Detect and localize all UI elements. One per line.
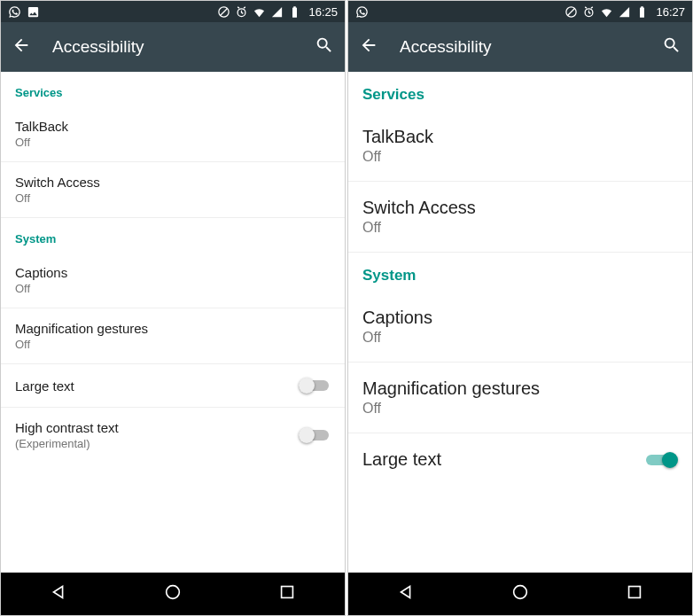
nav-back-icon[interactable]: [396, 582, 416, 605]
phone-left: 16:25 Accessibility Services TalkBack Of…: [0, 0, 346, 616]
signal-icon: [270, 5, 284, 19]
wifi-icon: [253, 5, 266, 19]
no-sim-icon: [217, 5, 230, 19]
toggle-high-contrast[interactable]: [299, 426, 331, 444]
svg-point-3: [167, 586, 180, 599]
svg-line-6: [568, 8, 575, 15]
item-large-text[interactable]: Large text: [1, 364, 345, 408]
item-subtitle: Off: [362, 330, 678, 346]
battery-icon: [288, 5, 301, 19]
item-title: TalkBack: [362, 127, 678, 147]
nav-bar: [1, 573, 345, 615]
item-subtitle: (Experimental): [15, 437, 299, 450]
nav-home-icon[interactable]: [510, 582, 530, 605]
item-title: Switch Access: [362, 198, 678, 218]
settings-list: Services TalkBack Off Switch Access Off …: [1, 72, 345, 573]
item-high-contrast[interactable]: High contrast text (Experimental): [1, 408, 345, 463]
alarm-icon: [235, 5, 248, 19]
item-magnification[interactable]: Magnification gestures Off: [1, 308, 345, 364]
nav-back-icon[interactable]: [49, 582, 68, 605]
item-subtitle: Off: [15, 338, 331, 351]
nav-home-icon[interactable]: [163, 582, 183, 605]
nav-bar: [348, 573, 692, 615]
item-subtitle: Off: [362, 220, 678, 236]
item-switch-access[interactable]: Switch Access Off: [348, 182, 692, 253]
search-icon[interactable]: [662, 35, 681, 58]
item-subtitle: Off: [362, 401, 678, 417]
back-icon[interactable]: [12, 35, 31, 58]
svg-line-1: [221, 8, 228, 15]
svg-rect-9: [629, 587, 641, 598]
status-clock: 16:25: [308, 5, 338, 19]
app-bar: Accessibility: [348, 22, 692, 72]
whatsapp-icon: [355, 5, 369, 19]
item-captions[interactable]: Captions Off: [348, 292, 692, 363]
section-header-services: Services: [1, 72, 345, 106]
item-title: Magnification gestures: [15, 321, 331, 336]
page-title: Accessibility: [52, 37, 144, 57]
alarm-icon: [582, 5, 596, 19]
toggle-large-text[interactable]: [299, 377, 331, 394]
nav-recent-icon[interactable]: [625, 582, 644, 605]
no-sim-icon: [565, 5, 578, 19]
section-header-system: System: [1, 218, 345, 253]
status-clock: 16:27: [656, 5, 685, 19]
image-icon: [27, 5, 40, 19]
item-title: TalkBack: [15, 119, 331, 134]
search-icon[interactable]: [315, 35, 334, 58]
item-subtitle: Off: [15, 191, 331, 205]
svg-rect-4: [282, 587, 293, 598]
item-switch-access[interactable]: Switch Access Off: [1, 162, 345, 218]
item-title: Large text: [362, 449, 646, 470]
app-bar: Accessibility: [1, 22, 345, 72]
status-bar: 16:27: [348, 1, 692, 22]
svg-point-8: [514, 586, 527, 599]
signal-icon: [618, 5, 631, 19]
item-subtitle: Off: [15, 136, 331, 149]
item-talkback[interactable]: TalkBack Off: [1, 106, 345, 162]
item-title: Captions: [15, 265, 331, 280]
page-title: Accessibility: [400, 37, 491, 57]
back-icon[interactable]: [359, 35, 378, 58]
wifi-icon: [600, 5, 613, 19]
section-header-services: Services: [348, 72, 692, 111]
settings-list: Services TalkBack Off Switch Access Off …: [348, 72, 692, 573]
nav-recent-icon[interactable]: [277, 582, 297, 605]
item-magnification[interactable]: Magnification gestures Off: [348, 363, 692, 433]
toggle-large-text[interactable]: [646, 451, 678, 469]
item-talkback[interactable]: TalkBack Off: [348, 111, 692, 182]
item-title: High contrast text: [15, 420, 299, 435]
item-title: Magnification gestures: [362, 378, 678, 399]
status-bar: 16:25: [1, 1, 345, 22]
battery-icon: [635, 5, 649, 19]
item-subtitle: Off: [15, 282, 331, 295]
item-large-text[interactable]: Large text: [348, 433, 692, 486]
section-header-system: System: [348, 253, 692, 292]
item-title: Captions: [362, 308, 678, 328]
item-captions[interactable]: Captions Off: [1, 253, 345, 308]
item-title: Large text: [15, 378, 299, 394]
phone-right: 16:27 Accessibility Services TalkBack Of…: [347, 0, 693, 616]
item-subtitle: Off: [362, 149, 678, 165]
whatsapp-icon: [8, 5, 21, 19]
item-title: Switch Access: [15, 175, 331, 190]
